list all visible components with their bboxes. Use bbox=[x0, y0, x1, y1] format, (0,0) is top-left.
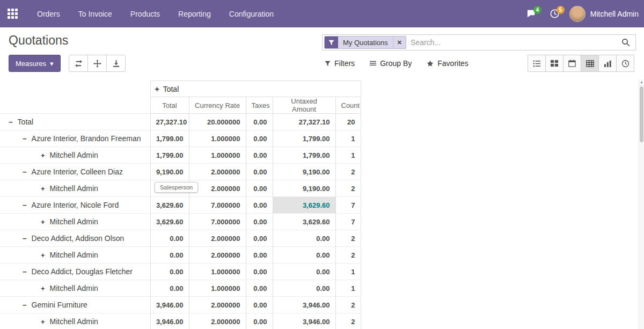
pivot-row-header[interactable]: −Azure Interior, Colleen Diaz bbox=[0, 164, 150, 180]
search-bar[interactable]: My Quotations ✕ bbox=[322, 34, 636, 50]
pivot-cell[interactable]: 27,327.10 bbox=[273, 114, 335, 130]
pivot-cell[interactable]: 1.000000 bbox=[189, 147, 246, 164]
measure-header-count[interactable]: Count bbox=[335, 97, 361, 114]
pivot-cell[interactable]: 2.000000 bbox=[189, 247, 246, 264]
pivot-cell[interactable]: 27,327.10 bbox=[150, 114, 189, 130]
pivot-cell[interactable]: 3,629.60 bbox=[273, 197, 335, 214]
pivot-cell[interactable]: 1,799.00 bbox=[150, 147, 189, 164]
pivot-row-header[interactable]: −Total bbox=[0, 114, 150, 130]
pivot-cell[interactable]: 0.00 bbox=[246, 197, 273, 214]
apps-menu-button[interactable] bbox=[0, 0, 25, 27]
pivot-cell[interactable]: 1,799.00 bbox=[150, 130, 189, 147]
pivot-cell[interactable]: 1,799.00 bbox=[273, 147, 335, 164]
pivot-row-header[interactable]: −Azure Interior, Brandon Freeman bbox=[0, 130, 150, 147]
calendar-view-button[interactable] bbox=[563, 55, 581, 72]
pivot-cell[interactable]: 3,946.00 bbox=[273, 313, 335, 329]
pivot-cell[interactable]: 2 bbox=[335, 164, 361, 180]
measure-header-total[interactable]: Total bbox=[150, 97, 189, 114]
pivot-cell[interactable]: 0.00 bbox=[150, 230, 189, 247]
pivot-cell[interactable]: 0.00 bbox=[273, 230, 335, 247]
scroll-up-arrow[interactable]: ▲ bbox=[639, 81, 644, 84]
pivot-cell[interactable]: 0.00 bbox=[273, 264, 335, 280]
measure-header-taxes[interactable]: Taxes bbox=[246, 97, 273, 114]
pivot-cell[interactable]: 0.00 bbox=[246, 264, 273, 280]
pivot-cell[interactable]: 1,799.00 bbox=[273, 130, 335, 147]
pivot-cell[interactable]: 1 bbox=[335, 130, 361, 147]
activities-button[interactable]: 5 bbox=[543, 5, 566, 22]
pivot-cell[interactable]: 7 bbox=[335, 197, 361, 214]
vertical-scrollbar[interactable]: ▲ bbox=[639, 79, 644, 329]
pivot-row-header[interactable]: −Deco Addict, Douglas Fletcher bbox=[0, 264, 150, 280]
pivot-row-header[interactable]: +Mitchell Admin bbox=[0, 214, 150, 230]
pivot-cell[interactable]: 3,946.00 bbox=[150, 313, 189, 329]
filters-button[interactable]: Filters bbox=[325, 59, 355, 68]
pivot-cell[interactable]: 2 bbox=[335, 247, 361, 264]
pivot-row-header[interactable]: +Mitchell Admin bbox=[0, 280, 150, 297]
messages-button[interactable]: 4 bbox=[520, 5, 543, 22]
expand-all-button[interactable] bbox=[87, 55, 107, 72]
pivot-cell[interactable]: 2 bbox=[335, 313, 361, 329]
pivot-cell[interactable]: 0.00 bbox=[246, 180, 273, 197]
pivot-cell[interactable]: 2.000000 bbox=[189, 230, 246, 247]
pivot-cell[interactable]: 0.00 bbox=[150, 280, 189, 297]
pivot-cell[interactable]: 2 bbox=[335, 297, 361, 313]
pivot-cell[interactable]: 0.00 bbox=[246, 313, 273, 329]
pivot-cell[interactable]: 2 bbox=[335, 230, 361, 247]
pivot-cell[interactable]: 3,629.60 bbox=[273, 214, 335, 230]
pivot-cell[interactable]: 1 bbox=[335, 264, 361, 280]
pivot-cell[interactable]: 1.000000 bbox=[189, 264, 246, 280]
pivot-cell[interactable]: 9,190.00 bbox=[273, 164, 335, 180]
pivot-cell[interactable]: 0.00 bbox=[246, 297, 273, 313]
pivot-cell[interactable]: 0.00 bbox=[246, 130, 273, 147]
pivot-cell[interactable]: 3,629.60 bbox=[150, 197, 189, 214]
pivot-cell[interactable]: 9,190.00 bbox=[150, 164, 189, 180]
menu-orders[interactable]: Orders bbox=[28, 0, 69, 27]
pivot-cell[interactable]: 2.000000 bbox=[189, 297, 246, 313]
menu-reporting[interactable]: Reporting bbox=[169, 0, 220, 27]
menu-configuration[interactable]: Configuration bbox=[220, 0, 283, 27]
pivot-cell[interactable]: 1 bbox=[335, 147, 361, 164]
pivot-row-header[interactable]: −Azure Interior, Nicole Ford bbox=[0, 197, 150, 214]
measure-header-untaxed-amount[interactable]: Untaxed Amount bbox=[273, 97, 335, 114]
pivot-cell[interactable]: 7 bbox=[335, 214, 361, 230]
pivot-cell[interactable]: 20.000000 bbox=[189, 114, 246, 130]
pivot-cell[interactable]: 3,946.00 bbox=[150, 297, 189, 313]
pivot-cell[interactable]: 0.00 bbox=[246, 114, 273, 130]
favorites-button[interactable]: Favorites bbox=[427, 59, 469, 68]
pivot-cell[interactable]: 7.000000 bbox=[189, 214, 246, 230]
pivot-cell[interactable]: 9,190.00 bbox=[273, 180, 335, 197]
pivot-row-header[interactable]: +Mitchell Admin bbox=[0, 180, 150, 197]
pivot-cell[interactable]: 0.00 bbox=[246, 214, 273, 230]
graph-view-button[interactable] bbox=[598, 55, 617, 72]
pivot-cell[interactable]: 0.00 bbox=[246, 230, 273, 247]
search-input[interactable] bbox=[406, 38, 616, 47]
pivot-cell[interactable]: 2.000000 bbox=[189, 164, 246, 180]
list-view-button[interactable] bbox=[528, 55, 546, 72]
group-by-button[interactable]: Group By bbox=[370, 59, 412, 68]
user-menu[interactable]: Mitchell Admin bbox=[569, 6, 639, 22]
pivot-cell[interactable]: 0.00 bbox=[246, 147, 273, 164]
activity-view-button[interactable] bbox=[616, 55, 634, 72]
measures-button[interactable]: Measures ▾ bbox=[9, 55, 61, 72]
measure-header-currency-rate[interactable]: Currency Rate bbox=[189, 97, 246, 114]
facet-remove-button[interactable]: ✕ bbox=[393, 36, 406, 48]
menu-products[interactable]: Products bbox=[121, 0, 169, 27]
pivot-cell[interactable]: 7.000000 bbox=[189, 197, 246, 214]
pivot-row-header[interactable]: −Deco Addict, Addison Olson bbox=[0, 230, 150, 247]
column-group-header[interactable]: +Total bbox=[150, 81, 361, 97]
pivot-cell[interactable]: 0.00 bbox=[246, 280, 273, 297]
pivot-cell[interactable]: 3,629.60 bbox=[150, 214, 189, 230]
menu-to-invoice[interactable]: To Invoice bbox=[69, 0, 121, 27]
search-icon[interactable] bbox=[616, 38, 635, 47]
flip-axis-button[interactable] bbox=[69, 55, 88, 72]
pivot-cell[interactable]: 1.000000 bbox=[189, 280, 246, 297]
pivot-cell[interactable]: 20 bbox=[335, 114, 361, 130]
pivot-view-button[interactable] bbox=[581, 55, 599, 72]
pivot-cell[interactable]: 1 bbox=[335, 280, 361, 297]
pivot-cell[interactable]: 0.00 bbox=[273, 280, 335, 297]
pivot-cell[interactable]: 0.00 bbox=[246, 247, 273, 264]
pivot-cell[interactable]: 3,946.00 bbox=[273, 297, 335, 313]
pivot-row-header[interactable]: −Gemini Furniture bbox=[0, 297, 150, 313]
pivot-cell[interactable]: 2.000000 bbox=[189, 313, 246, 329]
pivot-cell[interactable]: 0.00 bbox=[273, 247, 335, 264]
